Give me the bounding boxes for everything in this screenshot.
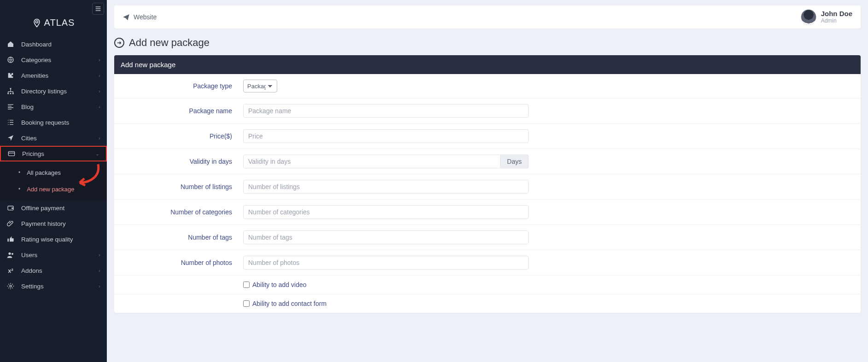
- website-link[interactable]: Website: [122, 13, 157, 21]
- gear-icon: [6, 282, 15, 290]
- svg-rect-4: [10, 93, 12, 94]
- svg-point-9: [8, 253, 11, 255]
- page-title: Add new package: [129, 37, 210, 49]
- user-role: Admin: [821, 18, 852, 24]
- sidebar-item-label: Payment history: [21, 220, 66, 227]
- location-arrow-icon: [6, 134, 15, 142]
- brand-name: ATLAS: [44, 17, 75, 28]
- sidebar-item-offline-payment[interactable]: Offline payment: [0, 200, 107, 216]
- thumbs-up-icon: [6, 236, 15, 243]
- form-card: Add new package Package type Packag… Pac…: [114, 55, 861, 313]
- page-title-row: ➜ Add new package: [107, 29, 868, 55]
- sidebar-item-settings[interactable]: Settings ›: [0, 278, 107, 294]
- svg-rect-2: [10, 88, 12, 89]
- paperclip-icon: [6, 220, 15, 227]
- sidebar-item-dashboard[interactable]: Dashboard: [0, 36, 107, 52]
- user-name: John Doe: [821, 10, 852, 18]
- sidebar-item-directory-listings[interactable]: Directory listings ›: [0, 83, 107, 99]
- row-listings: Number of listings: [114, 174, 861, 200]
- superscript-icon: x²: [6, 267, 15, 274]
- sidebar-item-rating-wise-quality[interactable]: Rating wise quality: [0, 231, 107, 247]
- sidebar-item-label: Addons: [21, 267, 42, 274]
- sidebar: ATLAS Dashboard Categories › Amenities ›…: [0, 0, 107, 362]
- sidebar-subitem-label: All packages: [27, 169, 61, 176]
- ability-video-checkbox[interactable]: [243, 282, 250, 288]
- row-video: Ability to add video: [114, 276, 861, 294]
- svg-point-0: [35, 21, 38, 23]
- sidebar-item-label: Offline payment: [21, 205, 64, 212]
- list-check-icon: [6, 119, 15, 126]
- label-package-type: Package type: [114, 82, 243, 90]
- svg-rect-8: [12, 207, 13, 209]
- sidebar-item-pricings[interactable]: Pricings ⌄: [0, 146, 107, 161]
- chevron-right-icon: ›: [99, 57, 100, 63]
- sidebar-item-label: Directory listings: [21, 88, 67, 95]
- photos-input[interactable]: [243, 256, 529, 270]
- users-icon: [6, 251, 15, 259]
- user-menu[interactable]: John Doe Admin: [801, 9, 852, 25]
- sidebar-item-cities[interactable]: Cities ›: [0, 130, 107, 146]
- svg-point-11: [10, 285, 12, 287]
- label-price: Price($): [114, 132, 243, 140]
- sidebar-item-label: Blog: [21, 103, 34, 110]
- svg-rect-5: [12, 93, 14, 94]
- listings-input[interactable]: [243, 180, 529, 194]
- sidebar-subitem-all-packages[interactable]: All packages: [0, 164, 107, 181]
- sidebar-item-label: Pricings: [22, 150, 44, 157]
- row-tags: Number of tags: [114, 225, 861, 250]
- sidebar-item-label: Cities: [21, 135, 37, 142]
- validity-addon: Days: [501, 155, 529, 168]
- sidebar-item-blog[interactable]: Blog ›: [0, 99, 107, 115]
- chevron-right-icon: ›: [99, 283, 100, 289]
- ability-video-label: Ability to add video: [252, 281, 307, 288]
- categories-input[interactable]: [243, 205, 529, 219]
- validity-input[interactable]: [243, 155, 501, 168]
- svg-rect-6: [8, 151, 14, 155]
- ability-contact-checkbox[interactable]: [243, 300, 250, 307]
- price-input[interactable]: [243, 129, 529, 143]
- avatar: [801, 9, 816, 25]
- sidebar-item-label: Rating wise quality: [21, 236, 73, 243]
- row-photos: Number of photos: [114, 250, 861, 276]
- label-tags: Number of tags: [114, 234, 243, 241]
- tags-input[interactable]: [243, 230, 529, 244]
- home-icon: [6, 40, 15, 48]
- card-header: Add new package: [114, 55, 861, 74]
- sidebar-toggle-button[interactable]: [92, 3, 104, 15]
- paper-plane-icon: [122, 13, 130, 21]
- chevron-right-icon: ›: [99, 135, 100, 141]
- chevron-right-icon: ›: [99, 88, 100, 94]
- package-type-select[interactable]: Packag…: [243, 80, 277, 92]
- row-categories: Number of categories: [114, 200, 861, 225]
- sidebar-item-label: Booking requests: [21, 119, 69, 126]
- sidebar-item-label: Amenities: [21, 72, 48, 79]
- sidebar-item-payment-history[interactable]: Payment history: [0, 216, 107, 231]
- svg-rect-3: [7, 93, 9, 94]
- sidebar-subitem-add-new-package[interactable]: Add new package: [0, 181, 107, 197]
- main-content: Website John Doe Admin ➜ Add new package…: [107, 0, 868, 362]
- topbar: Website John Doe Admin: [114, 6, 861, 29]
- sidebar-subitem-label: Add new package: [27, 186, 74, 193]
- label-photos: Number of photos: [114, 259, 243, 266]
- chevron-right-icon: ›: [99, 73, 100, 78]
- circle-arrow-icon: ➜: [114, 38, 124, 48]
- package-name-input[interactable]: [243, 104, 529, 118]
- hamburger-icon: [94, 5, 102, 12]
- puzzle-icon: [6, 72, 15, 79]
- row-contact: Ability to add contact form: [114, 294, 861, 313]
- sidebar-item-users[interactable]: Users ›: [0, 247, 107, 263]
- chevron-right-icon: ›: [99, 252, 100, 258]
- label-listings: Number of listings: [114, 183, 243, 190]
- chevron-right-icon: ›: [99, 268, 100, 273]
- sidebar-item-amenities[interactable]: Amenities ›: [0, 68, 107, 83]
- pricings-submenu: All packages Add new package: [0, 161, 107, 200]
- sidebar-item-label: Settings: [21, 283, 44, 290]
- sidebar-item-categories[interactable]: Categories ›: [0, 52, 107, 68]
- label-validity: Validity in days: [114, 158, 243, 165]
- ability-contact-label: Ability to add contact form: [252, 300, 326, 307]
- brand[interactable]: ATLAS: [0, 15, 107, 36]
- sidebar-item-addons[interactable]: x² Addons ›: [0, 263, 107, 278]
- brand-pin-icon: [32, 18, 41, 28]
- sidebar-item-booking-requests[interactable]: Booking requests: [0, 115, 107, 130]
- website-link-label: Website: [134, 13, 157, 21]
